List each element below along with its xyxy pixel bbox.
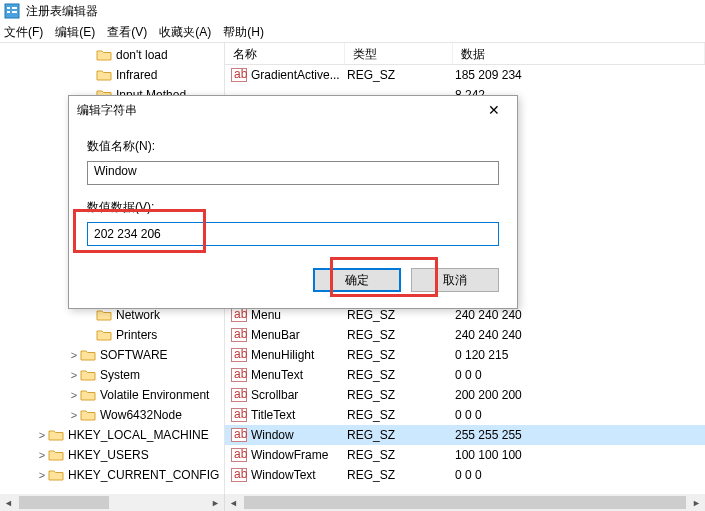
folder-icon <box>80 408 96 422</box>
menu-favorites[interactable]: 收藏夹(A) <box>159 24 211 41</box>
value-data-field[interactable] <box>87 222 499 246</box>
value-name: WindowText <box>251 468 347 482</box>
menu-file[interactable]: 文件(F) <box>4 24 43 41</box>
value-type: REG_SZ <box>347 428 455 442</box>
tree-item-label: Infrared <box>116 68 157 82</box>
menu-view[interactable]: 查看(V) <box>107 24 147 41</box>
tree-item[interactable]: >HKEY_LOCAL_MACHINE <box>0 425 224 445</box>
column-name[interactable]: 名称 <box>225 43 345 64</box>
value-name: Menu <box>251 308 347 322</box>
horizontal-scrollbars: ◄ ► ◄ ► <box>0 494 705 511</box>
folder-icon <box>80 348 96 362</box>
value-data: 185 209 234 <box>455 68 705 82</box>
tree-item[interactable]: >HKEY_USERS <box>0 445 224 465</box>
scroll-track[interactable] <box>242 494 688 511</box>
tree-item[interactable]: Printers <box>0 325 224 345</box>
value-data: 0 120 215 <box>455 348 705 362</box>
folder-icon <box>48 428 64 442</box>
tree-item-label: don't load <box>116 48 168 62</box>
table-row[interactable]: abMenuHilightREG_SZ0 120 215 <box>225 345 705 365</box>
folder-icon <box>48 468 64 482</box>
tree-item-label: Volatile Environment <box>100 388 209 402</box>
value-name-field[interactable]: Window <box>87 161 499 185</box>
value-name: MenuText <box>251 368 347 382</box>
value-type: REG_SZ <box>347 348 455 362</box>
svg-rect-1 <box>7 7 10 9</box>
column-data[interactable]: 数据 <box>453 43 705 64</box>
value-name: MenuBar <box>251 328 347 342</box>
tree-item[interactable]: >Volatile Environment <box>0 385 224 405</box>
folder-icon <box>96 328 112 342</box>
close-icon[interactable]: ✕ <box>479 102 509 118</box>
svg-text:ab: ab <box>234 408 247 421</box>
scroll-right-button[interactable]: ► <box>207 494 224 511</box>
string-value-icon: ab <box>231 428 247 442</box>
dialog-titlebar[interactable]: 编辑字符串 ✕ <box>69 96 517 124</box>
table-row[interactable]: abWindowREG_SZ255 255 255 <box>225 425 705 445</box>
scroll-left-button[interactable]: ◄ <box>0 494 17 511</box>
svg-rect-4 <box>12 11 17 13</box>
string-value-icon: ab <box>231 328 247 342</box>
string-value-icon: ab <box>231 468 247 482</box>
ok-button[interactable]: 确定 <box>313 268 401 292</box>
tree-item-label: System <box>100 368 140 382</box>
svg-rect-3 <box>12 7 17 9</box>
string-value-icon: ab <box>231 348 247 362</box>
tree-item[interactable]: don't load <box>0 45 224 65</box>
cancel-button[interactable]: 取消 <box>411 268 499 292</box>
table-row[interactable]: abGradientActive...REG_SZ185 209 234 <box>225 65 705 85</box>
chevron-right-icon[interactable]: > <box>36 449 48 461</box>
value-name-label: 数值名称(N): <box>87 138 499 155</box>
table-row[interactable]: abMenuBarREG_SZ240 240 240 <box>225 325 705 345</box>
string-value-icon: ab <box>231 68 247 82</box>
scroll-thumb[interactable] <box>19 496 109 509</box>
value-data: 240 240 240 <box>455 308 705 322</box>
table-row[interactable]: abWindowFrameREG_SZ100 100 100 <box>225 445 705 465</box>
table-row[interactable]: abWindowTextREG_SZ0 0 0 <box>225 465 705 485</box>
table-row[interactable]: abMenuTextREG_SZ0 0 0 <box>225 365 705 385</box>
string-value-icon: ab <box>231 388 247 402</box>
tree-item-label: SOFTWARE <box>100 348 168 362</box>
folder-icon <box>96 308 112 322</box>
folder-icon <box>80 368 96 382</box>
window-title: 注册表编辑器 <box>26 3 98 20</box>
folder-icon <box>96 68 112 82</box>
dialog-title-text: 编辑字符串 <box>77 102 479 119</box>
value-name: TitleText <box>251 408 347 422</box>
svg-text:ab: ab <box>234 68 247 81</box>
value-name: WindowFrame <box>251 448 347 462</box>
value-data: 255 255 255 <box>455 428 705 442</box>
table-row[interactable]: abTitleTextREG_SZ0 0 0 <box>225 405 705 425</box>
value-type: REG_SZ <box>347 328 455 342</box>
chevron-right-icon[interactable]: > <box>68 409 80 421</box>
string-value-icon: ab <box>231 308 247 322</box>
tree-item[interactable]: >Wow6432Node <box>0 405 224 425</box>
tree-item-label: Wow6432Node <box>100 408 182 422</box>
menu-help[interactable]: 帮助(H) <box>223 24 264 41</box>
scroll-track[interactable] <box>17 494 207 511</box>
scroll-left-button[interactable]: ◄ <box>225 494 242 511</box>
tree-item[interactable]: Infrared <box>0 65 224 85</box>
svg-text:ab: ab <box>234 348 247 361</box>
tree-item[interactable]: >System <box>0 365 224 385</box>
menu-edit[interactable]: 编辑(E) <box>55 24 95 41</box>
list-header: 名称 类型 数据 <box>225 43 705 65</box>
folder-icon <box>96 48 112 62</box>
scroll-thumb[interactable] <box>244 496 686 509</box>
tree-item[interactable]: >HKEY_CURRENT_CONFIG <box>0 465 224 485</box>
tree-item-label: Printers <box>116 328 157 342</box>
tree-item[interactable]: >SOFTWARE <box>0 345 224 365</box>
value-type: REG_SZ <box>347 468 455 482</box>
value-type: REG_SZ <box>347 388 455 402</box>
chevron-right-icon[interactable]: > <box>36 429 48 441</box>
scroll-right-button[interactable]: ► <box>688 494 705 511</box>
svg-rect-2 <box>7 11 10 13</box>
chevron-right-icon[interactable]: > <box>36 469 48 481</box>
value-type: REG_SZ <box>347 308 455 322</box>
chevron-right-icon[interactable]: > <box>68 369 80 381</box>
value-data-label: 数值数据(V): <box>87 199 499 216</box>
table-row[interactable]: abScrollbarREG_SZ200 200 200 <box>225 385 705 405</box>
chevron-right-icon[interactable]: > <box>68 389 80 401</box>
chevron-right-icon[interactable]: > <box>68 349 80 361</box>
column-type[interactable]: 类型 <box>345 43 453 64</box>
